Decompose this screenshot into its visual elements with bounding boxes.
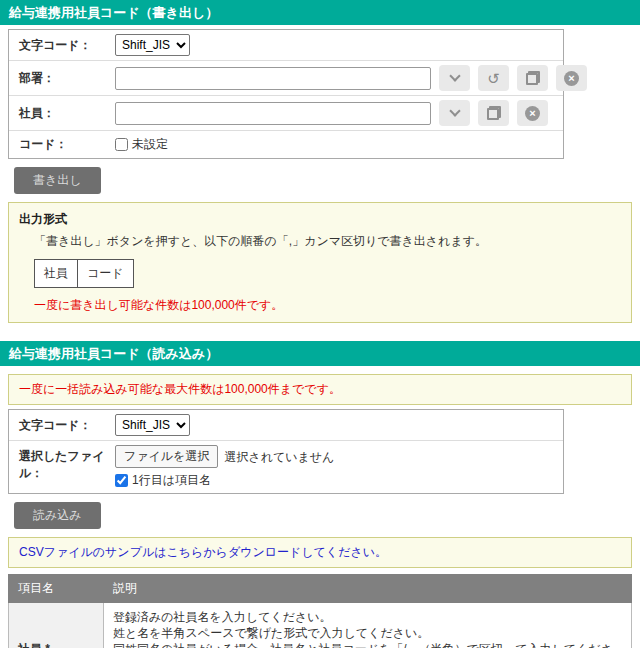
copy-icon	[526, 71, 540, 85]
export-section-title: 給与連携用社員コード（書き出し）	[0, 0, 640, 25]
close-circle-icon: ×	[564, 71, 579, 86]
field-description-table: 項目名 説明 社員 * 登録済みの社員名を入力してください。 姓と名を半角スペー…	[8, 574, 632, 648]
chevron-down-icon	[449, 70, 460, 81]
department-clear-button[interactable]: ×	[556, 65, 587, 91]
employee-dropdown-button[interactable]	[439, 100, 470, 126]
close-circle-icon: ×	[525, 106, 540, 121]
export-form: 文字コード： Shift_JIS 部署： ↺ × 社員：	[8, 29, 564, 159]
department-input[interactable]	[115, 67, 431, 90]
table-row: 社員 * 登録済みの社員名を入力してください。 姓と名を半角スペースで繋げた形式…	[9, 603, 632, 648]
output-format-title: 出力形式	[19, 211, 621, 228]
import-charset-row: 文字コード： Shift_JIS	[9, 410, 563, 441]
code-unset-checkbox[interactable]	[115, 138, 128, 151]
table-header-row: 項目名 説明	[9, 575, 632, 603]
import-form: 文字コード： Shift_JIS 選択したファイル： ファイルを選択 選択されて…	[8, 409, 564, 494]
output-columns-table: 社員 コード	[34, 259, 134, 288]
file-select-row: 選択したファイル： ファイルを選択 選択されていません 1行目は項目名	[9, 441, 563, 493]
chevron-down-icon	[449, 105, 460, 116]
description-line: 同姓同名の社員がいる場合、社員名と社員コードを「/」（半角）で区切って入力してく…	[113, 641, 622, 648]
import-button[interactable]: 読み込み	[14, 502, 101, 529]
employee-label: 社員：	[19, 105, 115, 122]
department-label: 部署：	[19, 70, 115, 87]
department-copy-button[interactable]	[517, 65, 548, 91]
department-row: 部署： ↺ ×	[9, 61, 563, 96]
description-line: 姓と名を半角スペースで繋げた形式で入力してください。	[113, 625, 622, 641]
export-limit-warning: 一度に書き出し可能な件数は100,000件です。	[34, 297, 621, 314]
refresh-icon: ↺	[487, 71, 500, 86]
export-note-box: 出力形式 「書き出し」ボタンを押すと、以下の順番の「,」カンマ区切りで書き出され…	[8, 202, 632, 323]
import-section-title: 給与連携用社員コード（読み込み）	[0, 341, 640, 366]
column-header-field-name: 項目名	[9, 575, 104, 603]
import-limit-box: 一度に一括読み込み可能な最大件数は100,000件までです。	[8, 374, 632, 405]
employee-clear-button[interactable]: ×	[517, 100, 548, 126]
csv-sample-box: CSVファイルのサンプルはこちらからダウンロードしてください。	[8, 537, 632, 568]
description-line: 登録済みの社員名を入力してください。	[113, 609, 622, 625]
charset-label: 文字コード：	[19, 37, 115, 54]
code-label: コード：	[19, 136, 115, 153]
column-header-description: 説明	[104, 575, 632, 603]
output-column-employee: 社員	[35, 260, 78, 288]
import-charset-select[interactable]: Shift_JIS	[115, 414, 190, 436]
department-dropdown-button[interactable]	[439, 65, 470, 91]
output-column-code: コード	[78, 260, 134, 288]
first-row-header-checkbox[interactable]	[115, 474, 128, 487]
csv-sample-download-link[interactable]: CSVファイルのサンプルはこちらからダウンロードしてください。	[19, 545, 387, 559]
import-limit-warning: 一度に一括読み込み可能な最大件数は100,000件までです。	[19, 382, 341, 396]
employee-row: 社員： ×	[9, 96, 563, 131]
copy-icon	[487, 106, 501, 120]
department-refresh-button[interactable]: ↺	[478, 65, 509, 91]
export-button[interactable]: 書き出し	[14, 167, 101, 194]
file-select-label: 選択したファイル：	[19, 445, 115, 482]
charset-row: 文字コード： Shift_JIS	[9, 30, 563, 61]
charset-select[interactable]: Shift_JIS	[115, 34, 190, 56]
first-row-header-label: 1行目は項目名	[132, 472, 211, 489]
code-unset-label: 未設定	[132, 136, 168, 153]
charset-label: 文字コード：	[19, 417, 115, 434]
no-file-selected-text: 選択されていません	[224, 446, 334, 468]
choose-file-button[interactable]: ファイルを選択	[115, 445, 218, 468]
output-format-description: 「書き出し」ボタンを押すと、以下の順番の「,」カンマ区切りで書き出されます。	[34, 233, 621, 250]
employee-input[interactable]	[115, 102, 431, 125]
code-row: コード： 未設定	[9, 131, 563, 158]
field-description-employee: 登録済みの社員名を入力してください。 姓と名を半角スペースで繋げた形式で入力して…	[104, 603, 632, 648]
field-name-employee: 社員 *	[9, 603, 104, 648]
employee-copy-button[interactable]	[478, 100, 509, 126]
